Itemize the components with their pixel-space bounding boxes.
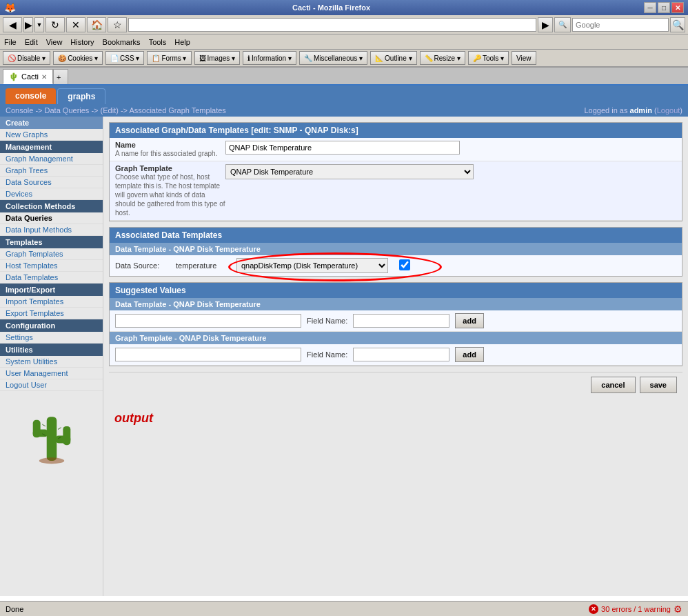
sidebar-header-utilities[interactable]: Utilities (0, 344, 103, 356)
breadcrumb-text: Console -> Data Queries -> (Edit) -> Ass… (6, 106, 226, 115)
sidebar-item-data-templates[interactable]: Data Templates (0, 272, 103, 284)
sidebar-header-configuration[interactable]: Configuration (0, 319, 103, 332)
logout-link[interactable]: Logout (657, 106, 680, 115)
sug-graph-add-button[interactable]: add (455, 347, 484, 362)
sidebar-item-logout-user[interactable]: Logout User (0, 379, 103, 391)
dev-images[interactable]: 🖼 Images ▾ (194, 51, 241, 65)
name-label: Name (115, 141, 225, 149)
data-source-label: Data Source: (115, 261, 170, 270)
graph-template-hint: Choose what type of host, host template … (115, 172, 225, 217)
dropdown-button[interactable]: ▼ (34, 17, 44, 32)
sug-graph-template-row: Field Name: add (110, 344, 682, 366)
name-input[interactable] (225, 141, 460, 155)
tab-label: Cacti (21, 72, 39, 81)
graph-template-content-col: QNAP Disk Temperature (225, 164, 676, 179)
footer-buttons: cancel save (109, 372, 682, 397)
graph-template-label: Graph Template (115, 164, 225, 172)
dev-forms[interactable]: 📋 Forms ▾ (147, 51, 191, 65)
assoc-graph-templates-section: Associated Graph/Data Templates [edit: S… (109, 122, 682, 221)
restore-button[interactable]: □ (658, 2, 670, 13)
svg-rect-4 (63, 426, 70, 445)
refresh-button[interactable]: ↻ (45, 17, 65, 32)
search-input[interactable] (572, 18, 669, 32)
menu-edit[interactable]: Edit (25, 38, 38, 46)
dev-view[interactable]: View (512, 51, 536, 65)
suggested-values-header: Suggested Values (110, 283, 682, 298)
sidebar-item-devices[interactable]: Devices (0, 188, 103, 200)
save-button[interactable]: save (640, 377, 677, 393)
dev-cookies[interactable]: 🍪 Cookies ▾ (53, 51, 103, 65)
bookmark-button[interactable]: ☆ (108, 17, 127, 32)
graph-template-select[interactable]: QNAP Disk Temperature (225, 164, 474, 179)
sidebar-header-import-export[interactable]: Import/Export (0, 284, 103, 296)
window-controls: ─ □ ✕ (644, 2, 684, 13)
menu-help[interactable]: Help (174, 38, 190, 46)
settings-icon: ⚙ (674, 604, 682, 615)
sidebar-header-management[interactable]: Management (0, 141, 103, 153)
sidebar-item-import-templates[interactable]: Import Templates (0, 296, 103, 308)
dev-outline[interactable]: 📐 Outline ▾ (370, 51, 416, 65)
menu-file[interactable]: File (4, 38, 17, 46)
sidebar-header-collection[interactable]: Collection Methods (0, 200, 103, 212)
dev-tools[interactable]: 🔑 Tools ▾ (468, 51, 509, 65)
go-button[interactable]: ▶ (538, 17, 553, 32)
sidebar-header-create[interactable]: Create (0, 117, 103, 129)
tab-close-icon[interactable]: ✕ (41, 73, 47, 81)
menu-tools[interactable]: Tools (149, 38, 167, 46)
sidebar-item-data-input[interactable]: Data Input Methods (0, 224, 103, 236)
address-bar[interactable] (128, 18, 536, 32)
breadcrumb: Console -> Data Queries -> (Edit) -> Ass… (0, 104, 688, 117)
graphs-tab[interactable]: graphs (57, 88, 105, 104)
menu-bookmarks[interactable]: Bookmarks (103, 38, 141, 46)
minimize-button[interactable]: ─ (644, 2, 656, 13)
back-button[interactable]: ◀ (3, 17, 22, 32)
search-engine-button[interactable]: 🔍 (554, 17, 571, 32)
cacti-nav-tabs: console graphs (0, 86, 688, 104)
new-tab-button[interactable]: + (53, 69, 68, 84)
sidebar-item-data-sources[interactable]: Data Sources (0, 177, 103, 188)
home-button[interactable]: 🏠 (87, 17, 106, 32)
stop-button[interactable]: ✕ (66, 17, 85, 32)
sug-data-template-row: Field Name: add (110, 310, 682, 332)
dev-disable[interactable]: 🚫 Disable ▾ (3, 51, 50, 65)
sidebar-item-system-utilities[interactable]: System Utilities (0, 356, 103, 368)
name-content-col (225, 141, 676, 155)
sug-data-value-input[interactable] (115, 314, 301, 328)
data-source-row: Data Source: temperature qnapDiskTemp (D… (110, 255, 682, 276)
forward-button[interactable]: ▶ (23, 17, 33, 32)
dev-miscellaneous[interactable]: 🔧 Miscellaneous ▾ (299, 51, 367, 65)
cacti-browser-tab[interactable]: 🌵 Cacti ✕ (3, 69, 53, 84)
sidebar-item-settings[interactable]: Settings (0, 332, 103, 344)
sidebar-item-data-queries[interactable]: Data Queries (0, 212, 103, 224)
sug-graph-value-input[interactable] (115, 348, 301, 361)
menu-bar: File Edit View History Bookmarks Tools H… (0, 34, 688, 50)
dev-information[interactable]: ℹ Information ▾ (243, 51, 296, 65)
status-done: Done (6, 605, 23, 613)
search-go-button[interactable]: 🔍 (670, 17, 685, 32)
sidebar-item-graph-management[interactable]: Graph Management (0, 153, 103, 165)
sug-graph-field-input[interactable] (353, 348, 449, 361)
sidebar-item-export-templates[interactable]: Export Templates (0, 308, 103, 319)
menu-history[interactable]: History (70, 38, 94, 46)
name-hint: A name for this associated graph. (115, 149, 225, 158)
close-button[interactable]: ✕ (671, 2, 684, 13)
dev-resize[interactable]: 📏 Resize ▾ (420, 51, 465, 65)
tab-bar: 🌵 Cacti ✕ + (0, 68, 688, 86)
browser-titlebar: 🦊 Cacti - Mozilla Firefox ─ □ ✕ (0, 0, 688, 15)
sidebar-item-host-templates[interactable]: Host Templates (0, 260, 103, 272)
sug-data-field-input[interactable] (353, 314, 449, 328)
page-container: console graphs Console -> Data Queries -… (0, 86, 688, 601)
sug-data-add-button[interactable]: add (455, 313, 484, 328)
data-source-checkbox[interactable] (399, 259, 410, 270)
cancel-button[interactable]: cancel (591, 377, 635, 393)
sidebar-item-graph-trees[interactable]: Graph Trees (0, 165, 103, 177)
sidebar-item-user-management[interactable]: User Management (0, 368, 103, 379)
sidebar-header-templates[interactable]: Templates (0, 236, 103, 248)
data-source-select[interactable]: qnapDiskTemp (Disk Temperature) (236, 258, 388, 273)
menu-view[interactable]: View (46, 38, 63, 46)
sidebar-item-new-graphs[interactable]: New Graphs (0, 129, 103, 141)
dev-css[interactable]: 📄 CSS ▾ (105, 51, 144, 65)
sidebar-item-graph-templates[interactable]: Graph Templates (0, 248, 103, 260)
console-tab[interactable]: console (6, 88, 56, 104)
misc-icon: 🔧 (304, 54, 312, 62)
